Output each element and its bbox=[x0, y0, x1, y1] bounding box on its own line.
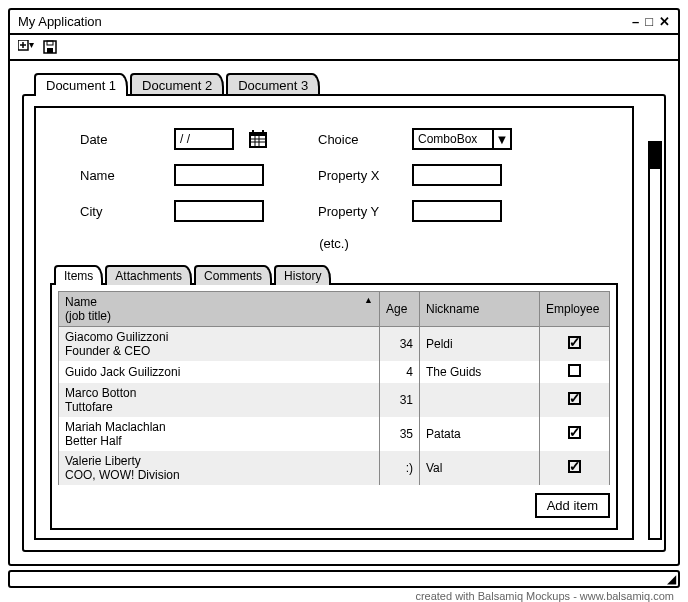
table-row[interactable]: Valerie LibertyCOO, WOW! Division:)Val bbox=[59, 451, 610, 485]
app-window: My Application – □ ✕ Document 1 Document… bbox=[8, 8, 680, 566]
cell-employee bbox=[540, 361, 610, 383]
table-row[interactable]: Giacomo GuilizzoniFounder & CEO34Peldi bbox=[59, 327, 610, 362]
scrollbar[interactable] bbox=[648, 141, 662, 540]
col-nickname[interactable]: Nickname bbox=[420, 292, 540, 327]
svg-marker-3 bbox=[29, 43, 34, 48]
employee-checkbox[interactable] bbox=[568, 426, 581, 439]
date-field[interactable] bbox=[174, 128, 234, 150]
tab-items[interactable]: Items bbox=[54, 265, 103, 285]
col-employee[interactable]: Employee bbox=[540, 292, 610, 327]
cell-age: 35 bbox=[380, 417, 420, 451]
cell-nickname bbox=[420, 383, 540, 417]
date-label: Date bbox=[80, 132, 160, 147]
svg-rect-13 bbox=[252, 130, 254, 134]
property-y-label: Property Y bbox=[318, 204, 398, 219]
name-label: Name bbox=[80, 168, 160, 183]
add-item-button[interactable]: Add item bbox=[535, 493, 610, 518]
city-field[interactable] bbox=[174, 200, 264, 222]
property-x-field[interactable] bbox=[412, 164, 502, 186]
employee-checkbox[interactable] bbox=[568, 460, 581, 473]
tab-attachments[interactable]: Attachments bbox=[105, 265, 192, 285]
choice-value: ComboBox bbox=[414, 130, 492, 148]
tab-history[interactable]: History bbox=[274, 265, 331, 285]
cell-nickname: Peldi bbox=[420, 327, 540, 362]
cell-employee bbox=[540, 451, 610, 485]
form-right-column: Choice ComboBox ▼ Property X Property Y bbox=[318, 128, 512, 222]
svg-rect-14 bbox=[262, 130, 264, 134]
cell-employee bbox=[540, 417, 610, 451]
form-body: Date Name City bbox=[34, 106, 634, 540]
employee-checkbox[interactable] bbox=[568, 392, 581, 405]
save-icon[interactable] bbox=[42, 39, 58, 55]
cell-name: Guido Jack Guilizzoni bbox=[59, 361, 380, 383]
cell-age: 34 bbox=[380, 327, 420, 362]
name-field[interactable] bbox=[174, 164, 264, 186]
chevron-down-icon: ▼ bbox=[492, 130, 510, 148]
window-controls: – □ ✕ bbox=[632, 14, 670, 29]
maximize-button[interactable]: □ bbox=[645, 14, 653, 29]
col-age[interactable]: Age bbox=[380, 292, 420, 327]
col-name[interactable]: Name▲ (job title) bbox=[59, 292, 380, 327]
property-x-label: Property X bbox=[318, 168, 398, 183]
titlebar: My Application – □ ✕ bbox=[10, 10, 678, 35]
minimize-button[interactable]: – bbox=[632, 14, 639, 29]
svg-rect-8 bbox=[251, 136, 265, 146]
table-row[interactable]: Guido Jack Guilizzoni4The Guids bbox=[59, 361, 610, 383]
tab-document-3[interactable]: Document 3 bbox=[226, 73, 320, 96]
cell-age: 31 bbox=[380, 383, 420, 417]
form-left-column: Date Name City bbox=[80, 128, 268, 222]
close-button[interactable]: ✕ bbox=[659, 14, 670, 29]
cell-name: Marco BottonTuttofare bbox=[59, 383, 380, 417]
resize-grip-icon[interactable]: ◢ bbox=[667, 572, 676, 586]
cell-age: :) bbox=[380, 451, 420, 485]
content-area: Document 1 Document 2 Document 3 Date bbox=[10, 61, 678, 564]
cell-nickname: The Guids bbox=[420, 361, 540, 383]
cell-employee bbox=[540, 383, 610, 417]
form-area: Date Name City bbox=[50, 122, 618, 228]
cell-nickname: Val bbox=[420, 451, 540, 485]
choice-combobox[interactable]: ComboBox ▼ bbox=[412, 128, 512, 150]
employee-checkbox[interactable] bbox=[568, 364, 581, 377]
cell-nickname: Patata bbox=[420, 417, 540, 451]
cell-name: Valerie LibertyCOO, WOW! Division bbox=[59, 451, 380, 485]
document-panel: Date Name City bbox=[22, 94, 666, 552]
cell-name: Giacomo GuilizzoniFounder & CEO bbox=[59, 327, 380, 362]
scrollbar-thumb[interactable] bbox=[650, 143, 660, 169]
svg-rect-6 bbox=[47, 48, 53, 53]
sort-indicator-icon: ▲ bbox=[364, 295, 373, 305]
choice-label: Choice bbox=[318, 132, 398, 147]
toolbar bbox=[10, 35, 678, 61]
document-tabs: Document 1 Document 2 Document 3 bbox=[34, 73, 666, 96]
cell-employee bbox=[540, 327, 610, 362]
items-table: Name▲ (job title) Age Nickname Employee … bbox=[58, 291, 610, 485]
cell-age: 4 bbox=[380, 361, 420, 383]
etc-label: (etc.) bbox=[50, 236, 618, 251]
tab-document-1[interactable]: Document 1 bbox=[34, 73, 128, 96]
items-grid: Name▲ (job title) Age Nickname Employee … bbox=[50, 283, 618, 530]
new-dropdown-button[interactable] bbox=[18, 39, 34, 55]
city-label: City bbox=[80, 204, 160, 219]
window-title: My Application bbox=[18, 14, 102, 29]
statusbar: ◢ bbox=[8, 570, 680, 588]
calendar-icon[interactable] bbox=[248, 129, 268, 149]
property-y-field[interactable] bbox=[412, 200, 502, 222]
cell-name: Mariah MaclachlanBetter Half bbox=[59, 417, 380, 451]
footer-credit: created with Balsamiq Mockups - www.bals… bbox=[8, 588, 680, 602]
tab-document-2[interactable]: Document 2 bbox=[130, 73, 224, 96]
employee-checkbox[interactable] bbox=[568, 336, 581, 349]
table-row[interactable]: Mariah MaclachlanBetter Half35Patata bbox=[59, 417, 610, 451]
table-row[interactable]: Marco BottonTuttofare31 bbox=[59, 383, 610, 417]
tab-comments[interactable]: Comments bbox=[194, 265, 272, 285]
detail-tabs: Items Attachments Comments History bbox=[54, 265, 618, 285]
